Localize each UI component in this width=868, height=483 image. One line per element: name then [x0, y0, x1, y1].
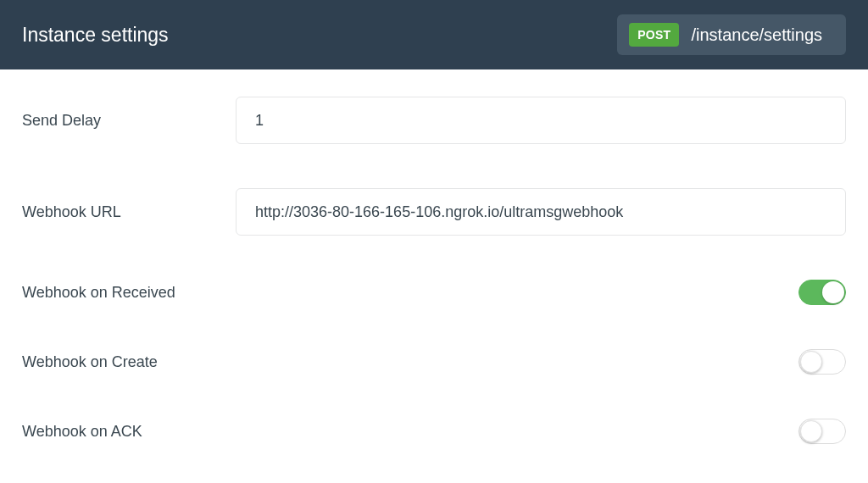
label-send-delay: Send Delay: [22, 112, 236, 130]
send-delay-input[interactable]: [236, 97, 846, 144]
label-webhook-ack: Webhook on ACK: [22, 423, 236, 441]
settings-form: Send Delay Webhook URL Webhook on Receiv…: [0, 69, 868, 444]
webhook-url-input[interactable]: [236, 188, 846, 236]
toggle-webhook-received[interactable]: [798, 280, 846, 305]
toggle-knob: [800, 351, 822, 373]
http-method-badge: POST: [629, 23, 679, 47]
label-webhook-create: Webhook on Create: [22, 353, 236, 371]
toggle-webhook-create[interactable]: [798, 349, 846, 375]
row-send-delay: Send Delay: [22, 97, 846, 144]
row-webhook-ack: Webhook on ACK: [22, 419, 846, 444]
row-webhook-url: Webhook URL: [22, 188, 846, 236]
row-webhook-create: Webhook on Create: [22, 349, 846, 375]
page-header: Instance settings POST /instance/setting…: [0, 0, 868, 69]
toggle-webhook-ack[interactable]: [798, 419, 846, 444]
row-webhook-received: Webhook on Received: [22, 280, 846, 305]
page-title: Instance settings: [22, 24, 169, 47]
toggle-knob: [800, 420, 822, 442]
endpoint-box: POST /instance/settings: [617, 14, 846, 55]
label-webhook-received: Webhook on Received: [22, 284, 236, 302]
endpoint-path: /instance/settings: [691, 25, 822, 45]
label-webhook-url: Webhook URL: [22, 203, 236, 221]
toggle-knob: [822, 281, 844, 303]
